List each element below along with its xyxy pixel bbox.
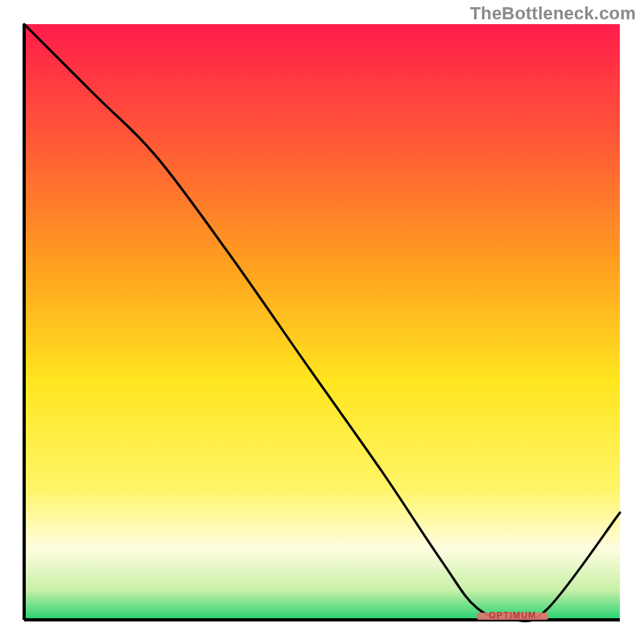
bottleneck-chart: OPTIMUM <box>0 0 644 644</box>
optimum-label: OPTIMUM <box>489 610 536 620</box>
watermark-text: TheBottleneck.com <box>470 3 636 24</box>
